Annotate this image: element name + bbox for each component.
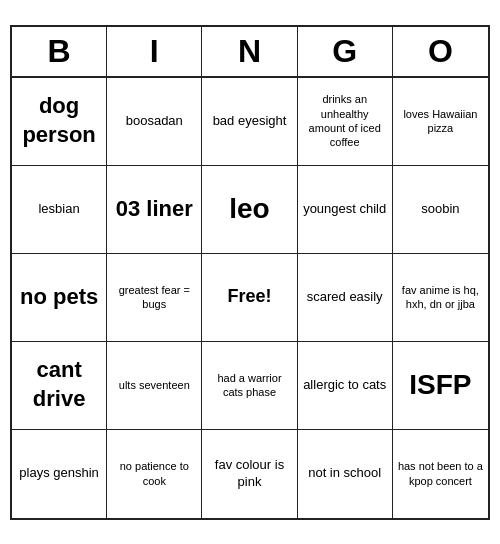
bingo-cell-21: no patience to cook xyxy=(107,430,202,518)
bingo-cell-22: fav colour is pink xyxy=(202,430,297,518)
bingo-cell-7: leo xyxy=(202,166,297,254)
bingo-cell-3: drinks an unhealthy amount of iced coffe… xyxy=(298,78,393,166)
header-letter-b: B xyxy=(12,27,107,76)
header-letter-n: N xyxy=(202,27,297,76)
bingo-cell-0: dog person xyxy=(12,78,107,166)
bingo-cell-6: 03 liner xyxy=(107,166,202,254)
bingo-cell-23: not in school xyxy=(298,430,393,518)
bingo-cell-10: no pets xyxy=(12,254,107,342)
bingo-cell-18: allergic to cats xyxy=(298,342,393,430)
bingo-cell-9: soobin xyxy=(393,166,488,254)
bingo-cell-24: has not been to a kpop concert xyxy=(393,430,488,518)
bingo-cell-1: boosadan xyxy=(107,78,202,166)
bingo-cell-13: scared easily xyxy=(298,254,393,342)
header-letter-o: O xyxy=(393,27,488,76)
header-letter-i: I xyxy=(107,27,202,76)
bingo-cell-16: ults seventeen xyxy=(107,342,202,430)
bingo-cell-20: plays genshin xyxy=(12,430,107,518)
bingo-card: BINGO dog personboosadanbad eyesightdrin… xyxy=(10,25,490,520)
bingo-cell-19: ISFP xyxy=(393,342,488,430)
bingo-grid: dog personboosadanbad eyesightdrinks an … xyxy=(12,78,488,518)
bingo-cell-2: bad eyesight xyxy=(202,78,297,166)
header-letter-g: G xyxy=(298,27,393,76)
bingo-cell-14: fav anime is hq, hxh, dn or jjba xyxy=(393,254,488,342)
bingo-cell-4: loves Hawaiian pizza xyxy=(393,78,488,166)
bingo-cell-8: youngest child xyxy=(298,166,393,254)
bingo-cell-12: Free! xyxy=(202,254,297,342)
bingo-cell-5: lesbian xyxy=(12,166,107,254)
bingo-cell-11: greatest fear = bugs xyxy=(107,254,202,342)
bingo-header: BINGO xyxy=(12,27,488,78)
bingo-cell-17: had a warrior cats phase xyxy=(202,342,297,430)
bingo-cell-15: cant drive xyxy=(12,342,107,430)
